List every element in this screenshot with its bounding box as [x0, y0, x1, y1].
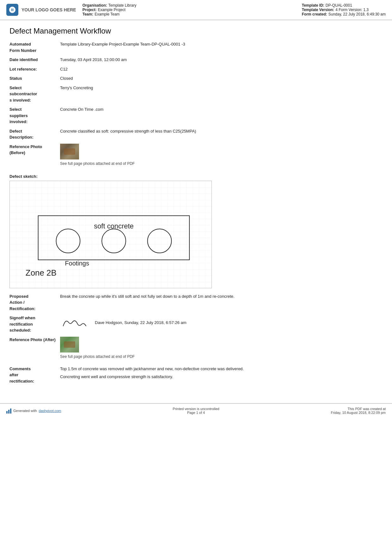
signature-area: Dave Hodgson, Sunday, 22 July 2018, 6:57… — [60, 315, 383, 331]
footer-generated-text: Generated with — [13, 409, 37, 413]
project-label: Project: — [83, 8, 97, 12]
main-content: Defect Management Workflow AutomatedForm… — [0, 20, 392, 394]
template-version-value: 4 Form Version: 1.3 — [335, 8, 369, 12]
footer-right: This PDF was created at Friday, 10 Augus… — [331, 407, 386, 415]
field-value-proposed-action: Break the concrete up while it's still s… — [60, 293, 383, 300]
field-select-subcontractors: Selectsubcontractors involved: Terry's C… — [9, 85, 383, 103]
svg-text:soft concrete: soft concrete — [94, 222, 134, 230]
logo-svg — [9, 6, 16, 14]
signature-image — [60, 315, 89, 331]
field-value-select-suppliers: Concrete On Time .com — [60, 106, 383, 113]
logo-text: YOUR LOGO GOES HERE — [21, 7, 76, 12]
header-meta-left: Organisation: Template Library Project: … — [83, 3, 296, 16]
footer-center-line1: Printed version is uncontrolled — [173, 407, 219, 411]
field-status: Status Closed — [9, 75, 383, 82]
footer-logo-bars — [6, 408, 11, 414]
defect-sketch-heading: Defect sketch: — [9, 174, 383, 179]
field-value-status: Closed — [60, 75, 383, 82]
field-value-date-identified: Tuesday, 03 April 2018, 12:00:00 am — [60, 57, 383, 63]
field-comments: Commentsafterrectification: Top 1.5m of … — [9, 366, 383, 384]
field-value-comments: Top 1.5m of concrete was removed with ja… — [60, 366, 383, 380]
footer-center: Printed version is uncontrolled Page 1 o… — [173, 407, 219, 415]
field-label-reference-photo-after: Reference Photo (After) — [9, 337, 60, 343]
footer-link[interactable]: dashpivot.com — [39, 409, 61, 413]
footer-right-line1: This PDF was created at — [331, 407, 386, 411]
page-header: YOUR LOGO GOES HERE Organisation: Templa… — [0, 0, 392, 20]
field-reference-photo-before: Reference Photo (Before) See full page p… — [9, 144, 383, 170]
team-value: Example Team — [95, 12, 119, 16]
photo-before-thumbnail — [60, 144, 79, 159]
form-created-label: Form created: — [302, 12, 327, 16]
photo-before-caption: See full page photos attached at end of … — [60, 161, 383, 166]
footer-right-line2: Friday, 10 August 2018, 8:22:09 pm — [331, 411, 386, 415]
field-label-lot-reference: Lot reference: — [9, 66, 60, 72]
svg-text:Footings: Footings — [65, 260, 89, 267]
field-label-reference-photo-before: Reference Photo (Before) — [9, 144, 60, 156]
org-value: Template Library — [108, 3, 137, 8]
org-label: Organisation: — [83, 3, 107, 8]
comments-line-1: Top 1.5m of concrete was removed with ja… — [60, 366, 383, 372]
footer-logo-section: Generated with dashpivot.com — [6, 408, 61, 414]
field-label-signoff: Signoff whenrectificationscheduled: — [9, 315, 60, 334]
field-value-reference-photo-after: See full page photos attached at end of … — [60, 337, 383, 363]
field-date-identified: Date identified Tuesday, 03 April 2018, … — [9, 57, 383, 63]
field-lot-reference: Lot reference: C12 — [9, 66, 383, 72]
field-select-suppliers: Selectsuppliersinvolved: Concrete On Tim… — [9, 106, 383, 125]
field-label-comments: Commentsafterrectification: — [9, 366, 60, 384]
template-version-label: Template Version: — [302, 8, 334, 12]
field-value-lot-reference: C12 — [60, 66, 383, 72]
field-value-automated-form-number: Template Library-Example Project-Example… — [60, 41, 383, 47]
header-meta-right: Template ID: DP-QUAL-0001 Template Versi… — [302, 3, 386, 16]
photo-before-image — [60, 144, 79, 159]
signature-svg — [60, 315, 89, 331]
field-value-reference-photo-before: See full page photos attached at end of … — [60, 144, 383, 170]
footer-center-line2: Page 1 of 4 — [173, 411, 219, 415]
photo-after-thumbnail — [60, 337, 79, 352]
field-automated-form-number: AutomatedForm Number Template Library-Ex… — [9, 41, 383, 53]
comments-line-2: Concreting went well and compressive str… — [60, 374, 383, 380]
field-label-select-subcontractors: Selectsubcontractors involved: — [9, 85, 60, 103]
form-created-value: Sunday, 22 July 2018, 6:49:30 am — [328, 12, 386, 16]
logo-icon — [6, 4, 18, 16]
sketch-grid-svg: soft concrete Footings Zone 2B — [10, 181, 211, 288]
signoff-person: Dave Hodgson, Sunday, 22 July 2018, 6:57… — [95, 320, 187, 326]
photo-after-caption: See full page photos attached at end of … — [60, 354, 383, 359]
field-label-defect-description: DefectDescription: — [9, 128, 60, 140]
photo-after-image — [60, 337, 79, 352]
field-proposed-action: ProposedAction /Rectification: Break the… — [9, 293, 383, 312]
document-title: Defect Management Workflow — [9, 27, 383, 35]
template-id-value: DP-QUAL-0001 — [326, 3, 352, 8]
field-defect-description: DefectDescription: Concrete classified a… — [9, 128, 383, 140]
field-reference-photo-after: Reference Photo (After) See full page ph… — [9, 337, 383, 363]
svg-text:Zone 2B: Zone 2B — [26, 268, 57, 277]
field-label-proposed-action: ProposedAction /Rectification: — [9, 293, 60, 312]
field-label-date-identified: Date identified — [9, 57, 60, 63]
defect-sketch-area: soft concrete Footings Zone 2B — [9, 181, 212, 288]
template-id-label: Template ID: — [302, 3, 324, 8]
field-label-status: Status — [9, 75, 60, 82]
field-value-select-subcontractors: Terry's Concreting — [60, 85, 383, 91]
project-value: Example Project — [98, 8, 125, 12]
team-label: Team: — [83, 12, 93, 16]
field-label-automated-form-number: AutomatedForm Number — [9, 41, 60, 53]
form-version-label: Form Version: — [339, 8, 362, 12]
logo-section: YOUR LOGO GOES HERE — [6, 3, 76, 16]
field-value-defect-description: Concrete classified as soft: compressive… — [60, 128, 383, 134]
field-value-signoff: Dave Hodgson, Sunday, 22 July 2018, 6:57… — [60, 315, 383, 333]
field-label-select-suppliers: Selectsuppliersinvolved: — [9, 106, 60, 125]
page-footer: Generated with dashpivot.com Printed ver… — [0, 403, 392, 418]
field-signoff: Signoff whenrectificationscheduled: Dave… — [9, 315, 383, 334]
